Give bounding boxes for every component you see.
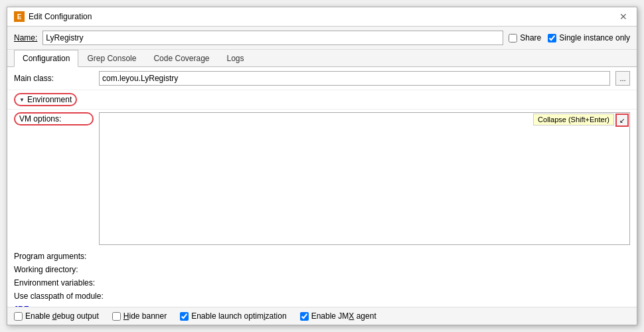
program-arguments-row: Program arguments:	[14, 250, 630, 263]
single-instance-checkbox-group: Single instance only	[548, 33, 630, 42]
tab-configuration[interactable]: Configuration	[14, 50, 78, 67]
environment-header[interactable]: ▼ Environment	[14, 93, 77, 106]
vm-textarea-container: Collapse (Shift+Enter) ↙	[99, 112, 630, 247]
share-label: Share	[520, 33, 541, 42]
name-input[interactable]	[42, 31, 503, 45]
single-instance-label: Single instance only	[559, 33, 630, 42]
name-label: Name:	[14, 33, 37, 42]
enable-jmx-agent-checkbox[interactable]	[300, 312, 309, 321]
hide-banner-label: Hide banner	[123, 311, 167, 321]
tabs-row: Configuration Grep Console Code Coverage…	[7, 50, 637, 67]
dialog-title: Edit Configuration	[29, 12, 92, 21]
enable-launch-optimization-checkbox[interactable]	[180, 312, 189, 321]
classpath-label: Use classpath of module:	[14, 291, 104, 301]
environment-triangle-icon: ▼	[19, 97, 25, 103]
close-button[interactable]: ✕	[617, 11, 630, 22]
hide-banner-checkbox[interactable]	[112, 312, 121, 321]
enable-jmx-agent-label: Enable JMX agent	[311, 311, 376, 321]
collapse-icon: ↙	[619, 117, 625, 124]
name-row: Name: Share Single instance only	[7, 27, 637, 50]
collapse-button[interactable]: ↙	[615, 114, 629, 127]
working-directory-label: Working directory:	[14, 265, 94, 274]
working-directory-row: Working directory:	[14, 263, 630, 276]
main-class-row: Main class: ...	[7, 67, 637, 90]
single-instance-checkbox[interactable]	[548, 34, 556, 42]
tab-code-coverage[interactable]: Code Coverage	[145, 50, 218, 67]
share-checkbox-group: Share	[509, 33, 541, 42]
tab-grep-console[interactable]: Grep Console	[78, 50, 145, 67]
main-class-browse-button[interactable]: ...	[615, 71, 630, 86]
content-area: Main class: ... ▼ Environment VM options…	[7, 67, 637, 307]
enable-jmx-agent-item: Enable JMX agent	[300, 311, 376, 321]
bottom-checkboxes: Enable debug output Hide banner Enable l…	[7, 307, 637, 325]
title-bar-left: E Edit Configuration	[14, 11, 92, 22]
enable-debug-output-checkbox[interactable]	[14, 312, 23, 321]
share-checkbox[interactable]	[509, 34, 517, 42]
collapse-tooltip: Collapse (Shift+Enter)	[533, 114, 614, 125]
enable-launch-optimization-label: Enable launch optimization	[191, 311, 286, 321]
title-bar: E Edit Configuration ✕	[7, 7, 637, 27]
form-rows: Program arguments: Working directory: En…	[7, 250, 637, 307]
name-right: Share Single instance only	[509, 33, 630, 42]
classpath-row: Use classpath of module:	[14, 290, 630, 303]
vm-options-label: VM options:	[14, 112, 94, 125]
app-icon: E	[14, 11, 25, 22]
vm-options-input[interactable]	[99, 112, 630, 245]
environment-label: Environment	[27, 95, 72, 104]
enable-debug-output-item: Enable debug output	[14, 311, 99, 321]
main-class-input[interactable]	[99, 71, 610, 86]
env-variables-label: Environment variables:	[14, 278, 95, 288]
vm-options-row: VM options: Collapse (Shift+Enter) ↙	[7, 110, 637, 250]
environment-section: ▼ Environment	[7, 90, 637, 110]
env-variables-row: Environment variables:	[14, 276, 630, 290]
tab-logs[interactable]: Logs	[218, 50, 253, 67]
hide-banner-item: Hide banner	[112, 311, 167, 321]
main-class-label: Main class:	[14, 74, 94, 83]
edit-configuration-dialog: E Edit Configuration ✕ Name: Share Singl…	[7, 7, 637, 325]
enable-debug-output-label: Enable debug output	[25, 311, 99, 321]
program-arguments-label: Program arguments:	[14, 252, 94, 261]
enable-launch-optimization-item: Enable launch optimization	[180, 311, 286, 321]
